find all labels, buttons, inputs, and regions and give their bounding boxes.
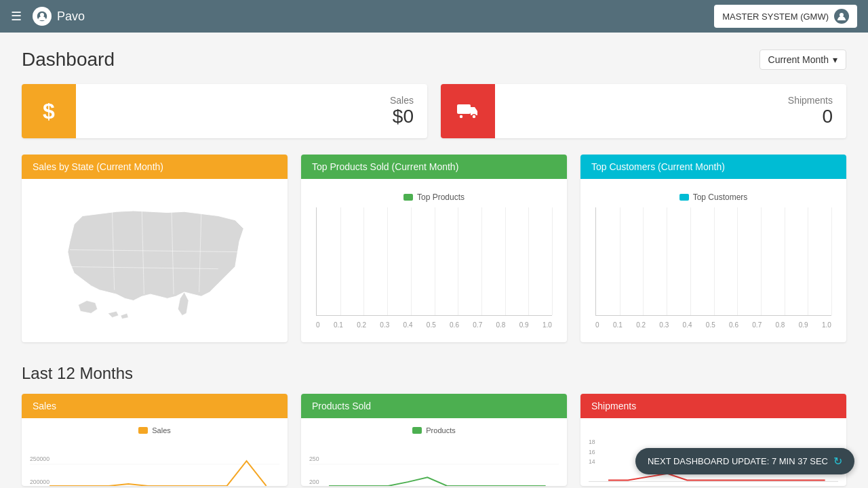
vgrid-1: [340, 207, 341, 315]
dollar-icon: $: [43, 99, 55, 124]
products-12m-card: Products Sold Products 250 200: [301, 394, 567, 486]
vgrid-10: [552, 207, 553, 315]
chevron-down-icon: ▾: [833, 54, 837, 65]
period-selector[interactable]: Current Month ▾: [760, 49, 846, 70]
navbar-left: ☰ Pavo: [11, 7, 85, 26]
hamburger-icon[interactable]: ☰: [11, 9, 22, 24]
top-products-body: Top Products: [301, 179, 567, 342]
top-customers-body: Top Customers: [580, 179, 846, 342]
legend-color-green: [403, 194, 413, 201]
top-customers-chart-area: [595, 207, 831, 316]
top-customers-widget: Top Customers (Current Month) Top Custom…: [580, 155, 846, 342]
shipments-12m-header: Shipments: [580, 394, 846, 418]
toast-label: NEXT DASHBOARD UPDATE: 7 MIN 37 SEC: [648, 456, 828, 466]
products-legend-dot: [412, 427, 422, 434]
sales-by-state-widget: Sales by State (Current Month): [22, 155, 288, 342]
svg-point-4: [459, 115, 463, 119]
svg-text:200: 200: [309, 479, 319, 485]
vgrid-8: [505, 207, 506, 315]
truck-icon: [456, 102, 480, 121]
vgrid-7: [481, 207, 482, 315]
products-12m-body: Products 250 200: [301, 418, 567, 486]
shipments-value: 0: [509, 106, 833, 127]
svg-text:250: 250: [309, 455, 319, 462]
sales-label: Sales: [90, 95, 414, 106]
logo-area: Pavo: [33, 7, 85, 26]
sales-mini-chart: 250000 200000: [30, 437, 279, 486]
update-toast: NEXT DASHBOARD UPDATE: 7 MIN 37 SEC ↻: [635, 448, 854, 474]
sales-12m-header: Sales: [22, 394, 288, 418]
widgets-row: Sales by State (Current Month): [22, 155, 846, 342]
svg-text:18: 18: [589, 439, 595, 445]
top-products-chart-area: [316, 207, 552, 316]
last-12-title: Last 12 Months: [22, 364, 846, 383]
sales-legend-dot: [138, 427, 148, 434]
shipments-label: Shipments: [509, 95, 833, 106]
vgrid-9: [528, 207, 529, 315]
vgrid-4: [411, 207, 412, 315]
main-content: Dashboard Current Month ▾ $ Sales $0: [0, 33, 868, 488]
sales-info: Sales $0: [76, 87, 427, 136]
svg-text:16: 16: [589, 449, 595, 455]
shipments-info: Shipments 0: [495, 87, 846, 136]
top-products-legend-label: Top Products: [417, 192, 465, 202]
svg-text:200000: 200000: [30, 479, 50, 485]
system-label: MASTER SYSTEM (GMW): [722, 12, 829, 22]
sales-12m-card: Sales Sales 250000 200000: [22, 394, 288, 486]
dashboard-header: Dashboard Current Month ▾: [22, 49, 846, 70]
top-products-chart: Top Products: [309, 187, 559, 334]
svg-text:14: 14: [589, 458, 595, 465]
top-customers-legend: Top Customers: [589, 192, 838, 202]
products-12m-header: Products Sold: [301, 394, 567, 418]
logo-icon: [33, 7, 52, 26]
products-legend-label: Products: [426, 426, 455, 434]
app-name: Pavo: [57, 9, 85, 24]
top-products-widget: Top Products Sold (Current Month) Top Pr…: [301, 155, 567, 342]
navbar-right: MASTER SYSTEM (GMW): [714, 5, 857, 28]
top-customers-header: Top Customers (Current Month): [580, 155, 846, 179]
kpi-sales-card: $ Sales $0: [22, 84, 427, 138]
navbar: ☰ Pavo MASTER SYSTEM (GMW): [0, 0, 868, 33]
top-customers-legend-label: Top Customers: [693, 192, 748, 202]
user-avatar: [834, 9, 849, 24]
sales-value: $0: [90, 106, 414, 127]
svg-point-5: [472, 115, 476, 119]
kpi-row: $ Sales $0 Shipments 0: [22, 84, 846, 138]
period-label: Current Month: [768, 54, 829, 65]
legend-color-cyan: [679, 194, 689, 201]
page-title: Dashboard: [22, 49, 115, 70]
sales-by-state-body: [22, 179, 288, 338]
vgrid-6: [458, 207, 458, 315]
products-mini-chart: 250 200: [309, 437, 559, 486]
shipments-icon-box: [441, 84, 495, 138]
vgrid-2: [363, 207, 364, 315]
us-map-container: [30, 187, 279, 329]
system-button[interactable]: MASTER SYSTEM (GMW): [714, 5, 857, 28]
top-customers-xaxis: 00.10.20.30.40.50.60.70.80.91.0: [589, 319, 838, 329]
kpi-shipments-card: Shipments 0: [441, 84, 846, 138]
refresh-icon: ↻: [833, 455, 842, 468]
svg-rect-3: [457, 104, 471, 114]
top-products-legend: Top Products: [309, 192, 559, 202]
vgrid-3: [387, 207, 388, 315]
vgrid-5: [435, 207, 435, 315]
top-customers-chart: Top Customers: [589, 187, 838, 334]
sales-12m-body: Sales 250000 200000: [22, 418, 288, 486]
sales-legend: Sales: [30, 426, 279, 434]
top-products-header: Top Products Sold (Current Month): [301, 155, 567, 179]
us-map-svg: [30, 190, 279, 326]
sales-by-state-header: Sales by State (Current Month): [22, 155, 288, 179]
svg-text:250000: 250000: [30, 455, 50, 462]
sales-legend-label: Sales: [152, 426, 171, 434]
top-products-xaxis: 00.10.20.30.40.50.60.70.80.91.0: [309, 319, 559, 329]
products-legend: Products: [309, 426, 559, 434]
sales-icon-box: $: [22, 84, 76, 138]
